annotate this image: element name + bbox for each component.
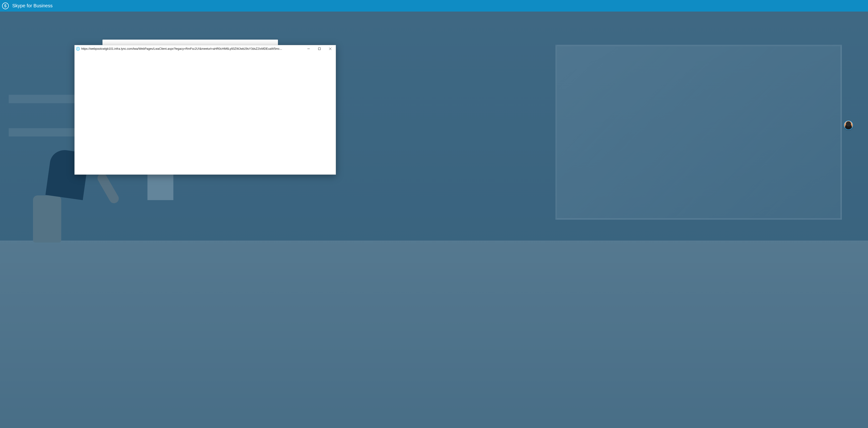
hero-background: https://webpoolcwlgb101.infra.lync.com/l… xyxy=(0,11,868,428)
app-header: Skype for Business xyxy=(0,0,868,11)
minimize-button[interactable] xyxy=(303,45,314,52)
popup-url: https://webpoolcwlgb101.infra.lync.com/l… xyxy=(81,47,303,51)
chat-head-avatar[interactable] xyxy=(844,120,853,130)
skype-favicon-icon xyxy=(76,47,80,51)
popup-titlebar[interactable]: https://webpoolcwlgb101.infra.lync.com/l… xyxy=(75,45,336,52)
svg-rect-2 xyxy=(318,48,320,50)
skype-logo-icon xyxy=(2,2,9,9)
lwa-popup-window: https://webpoolcwlgb101.infra.lync.com/l… xyxy=(74,45,336,175)
close-button[interactable] xyxy=(325,45,336,52)
popup-content-blank xyxy=(75,52,336,174)
maximize-button[interactable] xyxy=(314,45,325,52)
app-title: Skype for Business xyxy=(12,3,53,8)
window-controls xyxy=(303,45,336,52)
